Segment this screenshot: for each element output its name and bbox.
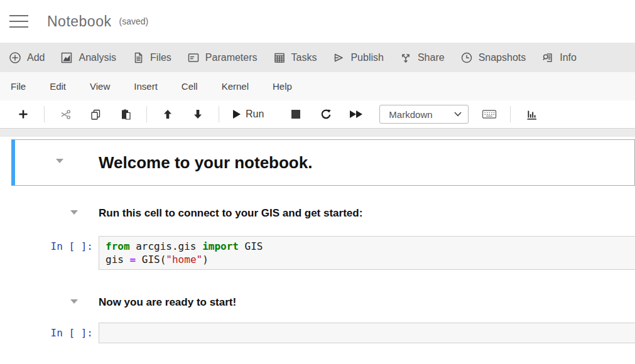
collapse-arrow-icon[interactable] (56, 159, 63, 163)
input-prompt: In [ ]: (51, 327, 93, 339)
toolbar-separator (219, 106, 219, 122)
code-token: gis (106, 254, 130, 265)
chevron-down-icon (454, 112, 462, 117)
code-token: "home" (166, 254, 202, 265)
files-button[interactable]: Files (132, 51, 171, 64)
cell-content: Now you are ready to start! (99, 295, 236, 310)
snapshots-button[interactable]: Snapshots (460, 51, 526, 64)
info-label: Info (560, 52, 577, 63)
prompt-column: In [ ]: (0, 236, 99, 252)
paste-icon (120, 109, 132, 120)
cell-type-value: Markdown (389, 109, 432, 120)
menu-file[interactable]: File (11, 81, 26, 92)
analysis-button[interactable]: Analysis (60, 51, 116, 64)
restart-kernel-button[interactable] (315, 105, 337, 124)
add-label: Add (27, 52, 45, 63)
markdown-cell-welcome[interactable]: Welcome to your notebook. (11, 139, 635, 186)
snapshots-clock-icon (460, 51, 473, 64)
code-cell-gis-connect[interactable]: In [ ]: from arcgis.gis import GIS gis =… (0, 236, 635, 270)
copy-cells-button[interactable] (85, 105, 106, 124)
menu-cell[interactable]: Cell (182, 81, 198, 92)
code-token: GIS( (136, 254, 166, 265)
markdown-cell-run-instructions[interactable]: Run this cell to connect to your GIS and… (0, 206, 635, 221)
toolbar-separator (146, 106, 147, 122)
tasks-button[interactable]: Tasks (273, 51, 317, 64)
move-up-icon (162, 109, 173, 120)
files-label: Files (150, 52, 171, 63)
collapse-arrow-icon[interactable] (70, 299, 78, 304)
code-token: ) (202, 254, 209, 265)
menu-view[interactable]: View (90, 81, 110, 92)
content-top-margin (0, 129, 635, 137)
prompt-column (15, 151, 99, 163)
code-cell-empty[interactable]: In [ ]: (0, 323, 635, 343)
restart-kernel-icon (320, 108, 332, 120)
code-token: arcgis.gis (130, 240, 203, 252)
code-token: GIS (239, 240, 263, 252)
snapshots-label: Snapshots (479, 52, 526, 63)
command-palette-button[interactable] (479, 105, 500, 124)
publish-plane-icon (332, 51, 345, 64)
menu-insert[interactable]: Insert (134, 81, 158, 92)
analysis-chart-icon (60, 51, 73, 64)
cell-content: Run this cell to connect to your GIS and… (99, 206, 362, 221)
menu-kernel[interactable]: Kernel (222, 81, 249, 92)
notebook-app: Notebook (saved) Add Analysis Files Para… (0, 0, 635, 364)
ready-heading: Now you are ready to start! (99, 295, 236, 310)
menu-help[interactable]: Help (273, 81, 292, 92)
notebook-menu-bar: File Edit View Insert Cell Kernel Help (0, 72, 635, 100)
share-label: Share (418, 52, 445, 63)
code-token: = (130, 254, 136, 265)
notebook-content: Welcome to your notebook. Run this cell … (0, 137, 635, 362)
code-input-area[interactable]: from arcgis.gis import GIS gis = GIS("ho… (99, 236, 635, 270)
tasks-label: Tasks (291, 52, 317, 63)
input-prompt: In [ ]: (51, 240, 93, 252)
keyboard-icon (482, 109, 497, 120)
cell-toolbar: Run Markdown (0, 100, 635, 129)
interrupt-kernel-button[interactable] (285, 105, 307, 124)
restart-run-all-icon (350, 110, 362, 118)
prompt-column (0, 206, 99, 215)
chart-icon (526, 109, 538, 120)
paste-cells-button[interactable] (115, 105, 136, 124)
cell-content: Welcome to your notebook. (99, 151, 312, 174)
run-instructions-heading: Run this cell to connect to your GIS and… (99, 206, 362, 221)
tasks-calendar-icon (273, 51, 286, 64)
stop-icon (291, 110, 300, 119)
cut-cells-button[interactable] (55, 105, 76, 124)
app-header: Notebook (saved) (0, 0, 635, 43)
analysis-label: Analysis (79, 52, 116, 63)
share-branch-icon (399, 51, 412, 64)
code-input-area[interactable] (99, 323, 635, 343)
move-cell-up-button[interactable] (157, 105, 178, 124)
add-circle-icon (9, 51, 21, 64)
add-cell-button[interactable] (13, 105, 34, 124)
visualization-button[interactable] (521, 105, 542, 124)
cell-type-select[interactable]: Markdown (379, 105, 469, 124)
move-cell-down-button[interactable] (187, 105, 209, 124)
move-down-icon (192, 109, 204, 120)
code-line (106, 326, 629, 340)
code-token: import (202, 240, 239, 252)
publish-label: Publish (350, 52, 383, 63)
prompt-column (0, 295, 99, 304)
markdown-cell-ready[interactable]: Now you are ready to start! (0, 295, 635, 310)
code-token: from (106, 240, 130, 252)
copy-icon (90, 109, 102, 120)
menu-edit[interactable]: Edit (50, 81, 66, 92)
publish-button[interactable]: Publish (332, 51, 383, 64)
restart-run-all-button[interactable] (345, 105, 367, 124)
collapse-arrow-icon[interactable] (70, 210, 78, 215)
save-status: (saved) (119, 16, 148, 26)
add-button[interactable]: Add (9, 51, 45, 64)
info-search-icon (541, 51, 554, 64)
share-button[interactable]: Share (399, 51, 445, 64)
run-button[interactable]: Run (229, 105, 268, 124)
hamburger-menu-icon[interactable] (9, 15, 28, 28)
toolbar-separator (510, 106, 511, 122)
parameters-button[interactable]: Parameters (187, 51, 258, 64)
file-document-icon (132, 51, 144, 64)
parameters-panel-icon (187, 51, 200, 64)
code-line: gis = GIS("home") (106, 253, 629, 266)
info-button[interactable]: Info (541, 51, 577, 64)
